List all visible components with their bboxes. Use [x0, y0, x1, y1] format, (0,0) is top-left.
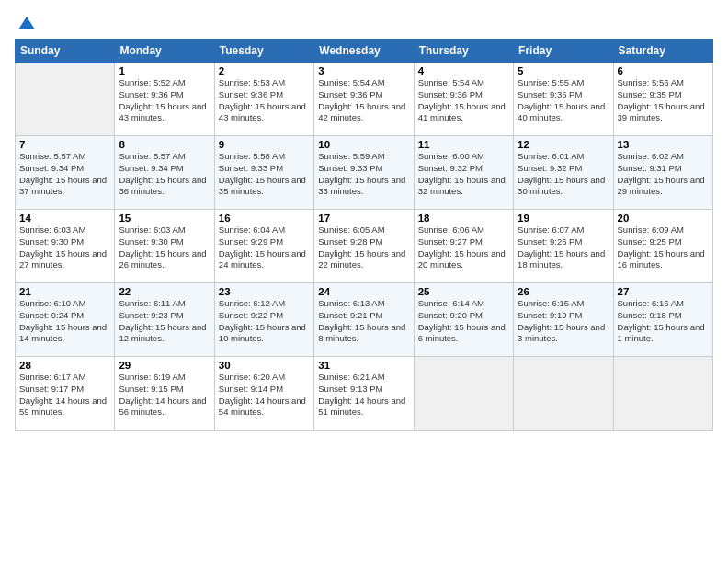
day-info: Sunrise: 6:17 AMSunset: 9:17 PMDaylight:… [19, 372, 110, 419]
calendar-cell: 27Sunrise: 6:16 AMSunset: 9:18 PMDayligh… [613, 283, 712, 357]
calendar-cell: 11Sunrise: 6:00 AMSunset: 9:32 PMDayligh… [414, 136, 513, 210]
day-number: 16 [219, 213, 310, 224]
day-info: Sunrise: 6:10 AMSunset: 9:24 PMDaylight:… [19, 298, 110, 345]
svg-marker-1 [24, 24, 29, 29]
day-number: 5 [518, 65, 609, 76]
calendar-cell: 13Sunrise: 6:02 AMSunset: 9:31 PMDayligh… [613, 136, 712, 210]
day-info: Sunrise: 6:09 AMSunset: 9:25 PMDaylight:… [618, 224, 709, 271]
day-number: 22 [119, 286, 210, 297]
day-number: 8 [119, 139, 210, 150]
day-number: 24 [318, 286, 409, 297]
calendar-cell: 12Sunrise: 6:01 AMSunset: 9:32 PMDayligh… [514, 136, 613, 210]
calendar-cell: 19Sunrise: 6:07 AMSunset: 9:26 PMDayligh… [514, 210, 613, 283]
day-number: 28 [19, 360, 110, 371]
day-number: 9 [219, 139, 310, 150]
calendar-cell: 9Sunrise: 5:58 AMSunset: 9:33 PMDaylight… [214, 136, 313, 210]
logo [15, 13, 37, 33]
day-info: Sunrise: 6:00 AMSunset: 9:32 PMDaylight:… [418, 151, 509, 198]
day-info: Sunrise: 5:58 AMSunset: 9:33 PMDaylight:… [219, 151, 310, 198]
calendar-cell: 10Sunrise: 5:59 AMSunset: 9:33 PMDayligh… [314, 136, 414, 210]
day-info: Sunrise: 6:03 AMSunset: 9:30 PMDaylight:… [19, 224, 110, 271]
calendar-cell: 17Sunrise: 6:05 AMSunset: 9:28 PMDayligh… [314, 210, 414, 283]
day-info: Sunrise: 6:21 AMSunset: 9:13 PMDaylight:… [318, 372, 409, 419]
calendar-week-row: 7Sunrise: 5:57 AMSunset: 9:34 PMDaylight… [16, 136, 713, 210]
day-number: 30 [219, 360, 310, 371]
day-number: 14 [19, 213, 110, 224]
calendar-cell: 30Sunrise: 6:20 AMSunset: 9:14 PMDayligh… [214, 357, 313, 431]
day-number: 13 [618, 139, 709, 150]
day-info: Sunrise: 6:15 AMSunset: 9:19 PMDaylight:… [518, 298, 609, 345]
day-number: 10 [318, 139, 409, 150]
day-info: Sunrise: 6:20 AMSunset: 9:14 PMDaylight:… [219, 372, 310, 419]
calendar-cell: 14Sunrise: 6:03 AMSunset: 9:30 PMDayligh… [16, 210, 115, 283]
calendar-header-row: SundayMondayTuesdayWednesdayThursdayFrid… [16, 40, 713, 63]
day-number: 11 [418, 139, 509, 150]
day-number: 23 [219, 286, 310, 297]
day-number: 26 [518, 286, 609, 297]
calendar-cell: 20Sunrise: 6:09 AMSunset: 9:25 PMDayligh… [613, 210, 712, 283]
calendar-cell: 26Sunrise: 6:15 AMSunset: 9:19 PMDayligh… [514, 283, 613, 357]
day-info: Sunrise: 6:13 AMSunset: 9:21 PMDaylight:… [318, 298, 409, 345]
calendar-cell: 24Sunrise: 6:13 AMSunset: 9:21 PMDayligh… [314, 283, 414, 357]
day-info: Sunrise: 6:06 AMSunset: 9:27 PMDaylight:… [418, 224, 509, 271]
col-header-saturday: Saturday [613, 40, 712, 63]
day-number: 12 [518, 139, 609, 150]
day-info: Sunrise: 6:05 AMSunset: 9:28 PMDaylight:… [318, 224, 409, 271]
calendar-cell: 22Sunrise: 6:11 AMSunset: 9:23 PMDayligh… [115, 283, 214, 357]
day-info: Sunrise: 6:07 AMSunset: 9:26 PMDaylight:… [518, 224, 609, 271]
calendar-cell: 28Sunrise: 6:17 AMSunset: 9:17 PMDayligh… [16, 357, 115, 431]
calendar-cell [613, 357, 712, 431]
day-number: 7 [19, 139, 110, 150]
day-number: 1 [119, 65, 210, 76]
page: SundayMondayTuesdayWednesdayThursdayFrid… [0, 0, 728, 563]
col-header-tuesday: Tuesday [214, 40, 313, 63]
calendar-cell: 21Sunrise: 6:10 AMSunset: 9:24 PMDayligh… [16, 283, 115, 357]
col-header-thursday: Thursday [414, 40, 513, 63]
col-header-sunday: Sunday [16, 40, 115, 63]
calendar-cell: 2Sunrise: 5:53 AMSunset: 9:36 PMDaylight… [214, 63, 313, 136]
col-header-wednesday: Wednesday [314, 40, 414, 63]
day-info: Sunrise: 6:02 AMSunset: 9:31 PMDaylight:… [618, 151, 709, 198]
day-info: Sunrise: 5:57 AMSunset: 9:34 PMDaylight:… [119, 151, 210, 198]
day-info: Sunrise: 6:03 AMSunset: 9:30 PMDaylight:… [119, 224, 210, 271]
day-number: 27 [618, 286, 709, 297]
day-info: Sunrise: 6:12 AMSunset: 9:22 PMDaylight:… [219, 298, 310, 345]
calendar-cell [414, 357, 513, 431]
calendar-cell: 29Sunrise: 6:19 AMSunset: 9:15 PMDayligh… [115, 357, 214, 431]
day-info: Sunrise: 5:54 AMSunset: 9:36 PMDaylight:… [418, 77, 509, 124]
day-info: Sunrise: 6:16 AMSunset: 9:18 PMDaylight:… [618, 298, 709, 345]
calendar-week-row: 28Sunrise: 6:17 AMSunset: 9:17 PMDayligh… [16, 357, 713, 431]
calendar-cell: 18Sunrise: 6:06 AMSunset: 9:27 PMDayligh… [414, 210, 513, 283]
day-number: 29 [119, 360, 210, 371]
calendar-cell: 6Sunrise: 5:56 AMSunset: 9:35 PMDaylight… [613, 63, 712, 136]
day-info: Sunrise: 6:04 AMSunset: 9:29 PMDaylight:… [219, 224, 310, 271]
day-number: 15 [119, 213, 210, 224]
day-number: 31 [318, 360, 409, 371]
day-info: Sunrise: 5:53 AMSunset: 9:36 PMDaylight:… [219, 77, 310, 124]
day-number: 19 [518, 213, 609, 224]
calendar-cell: 31Sunrise: 6:21 AMSunset: 9:13 PMDayligh… [314, 357, 414, 431]
calendar-cell: 25Sunrise: 6:14 AMSunset: 9:20 PMDayligh… [414, 283, 513, 357]
day-number: 18 [418, 213, 509, 224]
day-info: Sunrise: 5:54 AMSunset: 9:36 PMDaylight:… [318, 77, 409, 124]
calendar-week-row: 14Sunrise: 6:03 AMSunset: 9:30 PMDayligh… [16, 210, 713, 283]
day-number: 3 [318, 65, 409, 76]
calendar-cell: 15Sunrise: 6:03 AMSunset: 9:30 PMDayligh… [115, 210, 214, 283]
day-info: Sunrise: 5:57 AMSunset: 9:34 PMDaylight:… [19, 151, 110, 198]
day-number: 20 [618, 213, 709, 224]
day-info: Sunrise: 5:55 AMSunset: 9:35 PMDaylight:… [518, 77, 609, 124]
day-number: 6 [618, 65, 709, 76]
day-number: 21 [19, 286, 110, 297]
calendar-cell: 8Sunrise: 5:57 AMSunset: 9:34 PMDaylight… [115, 136, 214, 210]
day-info: Sunrise: 6:01 AMSunset: 9:32 PMDaylight:… [518, 151, 609, 198]
calendar-cell [16, 63, 115, 136]
day-number: 25 [418, 286, 509, 297]
day-number: 2 [219, 65, 310, 76]
day-info: Sunrise: 5:56 AMSunset: 9:35 PMDaylight:… [618, 77, 709, 124]
calendar-cell: 7Sunrise: 5:57 AMSunset: 9:34 PMDaylight… [16, 136, 115, 210]
calendar-week-row: 21Sunrise: 6:10 AMSunset: 9:24 PMDayligh… [16, 283, 713, 357]
calendar-cell: 3Sunrise: 5:54 AMSunset: 9:36 PMDaylight… [314, 63, 414, 136]
calendar-week-row: 1Sunrise: 5:52 AMSunset: 9:36 PMDaylight… [16, 63, 713, 136]
col-header-monday: Monday [115, 40, 214, 63]
logo-icon [17, 13, 37, 33]
